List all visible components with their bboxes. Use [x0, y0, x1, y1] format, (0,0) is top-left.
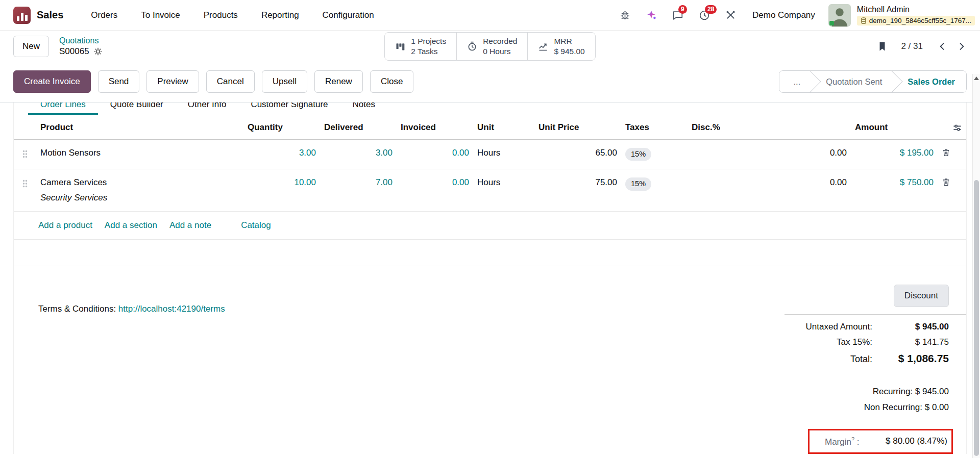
gear-icon[interactable]: [94, 47, 102, 56]
scroll-up-icon[interactable]: [974, 77, 979, 80]
company-switcher[interactable]: Demo Company: [752, 10, 815, 20]
terms-link[interactable]: http://localhost:42190/terms: [118, 304, 225, 314]
menu-products[interactable]: Products: [204, 10, 238, 20]
col-invoiced[interactable]: Invoiced: [397, 115, 473, 140]
cell-quantity[interactable]: 10.00: [243, 169, 320, 212]
drag-handle-icon[interactable]: [22, 180, 28, 188]
send-button[interactable]: Send: [98, 70, 140, 93]
status-step-sales-order[interactable]: Sales Order: [893, 71, 966, 92]
trash-icon[interactable]: [942, 177, 950, 187]
col-amount[interactable]: Amount: [851, 115, 938, 140]
action-bar: Create Invoice Send Preview Cancel Upsel…: [0, 62, 980, 103]
col-taxes[interactable]: Taxes: [621, 115, 688, 140]
cell-invoiced[interactable]: 0.00: [397, 169, 473, 212]
timer-icon: [467, 41, 477, 52]
order-line-row-2[interactable]: Camera Services Security Services 10.00 …: [14, 169, 966, 212]
recurring-value: $ 945.00: [915, 387, 949, 396]
activities-icon[interactable]: 28: [699, 10, 710, 21]
col-quantity[interactable]: Quantity: [243, 115, 320, 140]
cell-unit[interactable]: Hours: [473, 169, 534, 212]
cell-product[interactable]: Camera Services Security Services: [36, 169, 243, 212]
database-icon: [861, 17, 867, 24]
stat-projects[interactable]: 1 Projects 2 Tasks: [385, 33, 456, 60]
create-invoice-button[interactable]: Create Invoice: [13, 70, 91, 93]
activities-badge: 28: [705, 5, 717, 14]
apps-icon[interactable]: [13, 7, 31, 24]
renew-button[interactable]: Renew: [314, 70, 363, 93]
cell-taxes[interactable]: 15%: [621, 140, 688, 169]
cell-disc[interactable]: 0.00: [688, 140, 851, 169]
vertical-scrollbar[interactable]: [972, 74, 980, 458]
trash-icon[interactable]: [942, 148, 950, 157]
app-name[interactable]: Sales: [37, 9, 63, 21]
pager-value: 2 / 31: [901, 41, 923, 52]
menu-to-invoice[interactable]: To Invoice: [141, 10, 180, 20]
tab-quote-builder[interactable]: Quote Builder: [98, 103, 176, 115]
empty-line-row: [14, 240, 966, 266]
cell-quantity[interactable]: 3.00: [243, 140, 320, 169]
tools-icon[interactable]: [725, 10, 736, 20]
chevron-right-icon[interactable]: [957, 41, 967, 52]
cell-unit-price[interactable]: 75.00: [534, 169, 621, 212]
stat-mrr-line1: MRR: [554, 36, 584, 46]
tab-customer-signature[interactable]: Customer Signature: [238, 103, 340, 115]
col-disc[interactable]: Disc.%: [688, 115, 851, 140]
cell-delivered[interactable]: 3.00: [320, 140, 397, 169]
cell-taxes[interactable]: 15%: [621, 169, 688, 212]
close-button[interactable]: Close: [370, 70, 413, 93]
stat-recorded-hours[interactable]: Recorded 0 Hours: [456, 33, 527, 60]
preview-button[interactable]: Preview: [146, 70, 199, 93]
stat-buttons: 1 Projects 2 Tasks Recorded 0 Hours MR: [384, 32, 595, 61]
stat-mrr[interactable]: MRR $ 945.00: [527, 33, 595, 60]
status-step-quotation-sent[interactable]: Quotation Sent: [812, 71, 893, 92]
discount-button[interactable]: Discount: [894, 285, 949, 307]
cell-invoiced[interactable]: 0.00: [397, 140, 473, 169]
margin-value: $ 80.00 (8.47%): [886, 436, 947, 446]
recurring-summary: Recurring: $ 945.00 Non Recurring: $ 0.0…: [785, 384, 966, 415]
optional-columns-icon[interactable]: [952, 123, 962, 133]
status-step-more[interactable]: ...: [779, 71, 812, 92]
add-note-link[interactable]: Add a note: [169, 220, 211, 231]
cell-unit[interactable]: Hours: [473, 140, 534, 169]
tab-other-info[interactable]: Other Info: [176, 103, 239, 115]
col-product[interactable]: Product: [36, 115, 243, 140]
cell-delivered[interactable]: 7.00: [320, 169, 397, 212]
tax-badge: 15%: [625, 148, 651, 161]
database-name: demo_190_5846c5cff55c_1767...: [869, 17, 971, 24]
tab-notes[interactable]: Notes: [340, 103, 387, 115]
margin-help-icon[interactable]: ?: [851, 436, 854, 442]
user-menu[interactable]: Mitchell Admin demo_190_5846c5cff55c_176…: [857, 5, 975, 26]
drag-handle-icon[interactable]: [22, 150, 28, 158]
col-delivered[interactable]: Delivered: [320, 115, 397, 140]
form-sheet: Order Lines Quote Builder Other Info Cus…: [13, 103, 967, 454]
messages-icon[interactable]: 9: [672, 10, 683, 21]
col-unit-price[interactable]: Unit Price: [534, 115, 621, 140]
online-status-dot: [829, 21, 834, 26]
menu-configuration[interactable]: Configuration: [323, 10, 374, 20]
menu-orders[interactable]: Orders: [91, 10, 117, 20]
product-description: Security Services: [40, 193, 239, 203]
cell-amount: $ 750.00: [851, 169, 938, 212]
cell-disc[interactable]: 0.00: [688, 169, 851, 212]
new-button[interactable]: New: [13, 36, 49, 57]
scrollbar-thumb[interactable]: [974, 180, 979, 456]
menu-reporting[interactable]: Reporting: [261, 10, 299, 20]
breadcrumb: Quotations S00065: [59, 36, 102, 57]
add-section-link[interactable]: Add a section: [105, 220, 157, 231]
chevron-left-icon[interactable]: [937, 41, 947, 52]
bookmark-icon[interactable]: [878, 41, 887, 52]
tax-row: Tax 15%: $ 141.75: [785, 337, 949, 347]
bug-icon[interactable]: [620, 10, 630, 20]
cell-product[interactable]: Motion Sensors: [36, 140, 243, 169]
cell-unit-price[interactable]: 65.00: [534, 140, 621, 169]
avatar[interactable]: [828, 4, 851, 27]
breadcrumb-quotations[interactable]: Quotations: [59, 36, 102, 45]
col-unit[interactable]: Unit: [473, 115, 534, 140]
upsell-button[interactable]: Upsell: [262, 70, 307, 93]
ai-icon[interactable]: [646, 10, 657, 21]
cancel-button[interactable]: Cancel: [206, 70, 255, 93]
order-line-row-1[interactable]: Motion Sensors 3.00 3.00 0.00 Hours 65.0…: [14, 140, 966, 169]
add-product-link[interactable]: Add a product: [38, 220, 92, 231]
tab-order-lines[interactable]: Order Lines: [28, 103, 98, 115]
catalog-link[interactable]: Catalog: [241, 220, 271, 231]
